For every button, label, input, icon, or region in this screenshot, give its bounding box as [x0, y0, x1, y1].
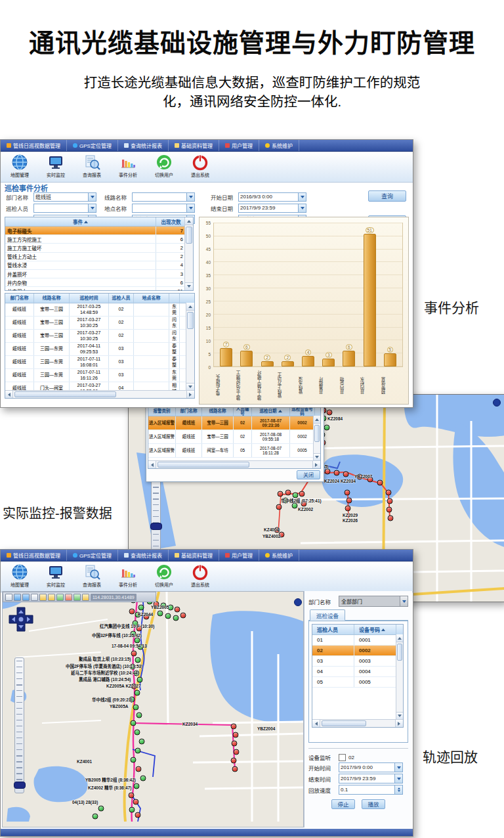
draw-icon[interactable]	[48, 594, 55, 601]
table-row[interactable]: 管线上方动土2	[5, 253, 193, 261]
table-row[interactable]: 施工方施工破坏2	[5, 244, 193, 252]
map-marker-red[interactable]	[327, 410, 333, 416]
switch-user-button[interactable]: 切换用户	[149, 152, 179, 182]
locate-icon[interactable]	[82, 594, 89, 601]
filter-field[interactable]: 2016/9/3 0:00	[238, 192, 306, 202]
exit-system-button[interactable]: 退出系统	[185, 562, 215, 592]
map-marker-red[interactable]	[345, 490, 350, 496]
map-marker-red[interactable]	[278, 491, 284, 497]
horizontal-scrollbar[interactable]	[5, 390, 194, 398]
pan-control[interactable]	[8, 606, 34, 632]
map-marker-red[interactable]	[136, 766, 142, 772]
table-row[interactable]: 进入区域报警缆线班阀室—车坊052017-08-07 16:11:280005	[148, 444, 320, 458]
table-row[interactable]: 管线水浸4	[5, 261, 193, 270]
menu-item-0[interactable]: 管线日巡视数据管理	[1, 550, 67, 561]
vertical-scrollbar[interactable]	[184, 217, 193, 290]
query-button[interactable]: 查询	[368, 190, 406, 202]
map-marker-green[interactable]	[135, 690, 140, 696]
menu-item-5[interactable]: 系统维护	[259, 550, 299, 561]
menu-item-1[interactable]: GPS定位管理	[67, 140, 118, 151]
map-marker-red[interactable]	[276, 504, 282, 510]
end-time-field[interactable]: 2017/9/9 23:59	[339, 774, 403, 783]
map-marker-red[interactable]	[232, 766, 238, 772]
menu-item-4[interactable]: 用户管理	[219, 550, 259, 561]
scroll-track[interactable]	[13, 391, 186, 398]
map-marker-green[interactable]	[136, 713, 142, 718]
map-marker-red[interactable]	[343, 472, 349, 477]
zoom-slider-track[interactable]	[153, 469, 159, 562]
scroll-left-icon[interactable]	[5, 391, 13, 398]
scroll-thumb[interactable]	[186, 227, 192, 244]
table-row[interactable]: 进入区域报警缆线班宝带—三园022017-08-08 09:55:180002	[148, 430, 320, 444]
spinner-icon[interactable]	[394, 785, 402, 794]
scroll-right-icon[interactable]	[395, 720, 403, 727]
menu-item-1[interactable]: GPS定位管理	[67, 550, 118, 561]
query-report-button[interactable]: 查询报表	[77, 152, 107, 182]
switch-user-button[interactable]: 切换用户	[149, 562, 179, 592]
pan-icon[interactable]	[5, 594, 12, 601]
menu-item-2[interactable]: 查询统计报表	[118, 550, 169, 561]
map-marker-red[interactable]	[285, 490, 291, 496]
scroll-thumb[interactable]	[322, 720, 366, 726]
map-marker-green[interactable]	[165, 613, 171, 619]
scroll-up-icon[interactable]	[185, 217, 193, 225]
map-marker-red[interactable]	[133, 799, 139, 805]
department-select[interactable]: 全部部门	[339, 596, 408, 607]
map-marker-red[interactable]	[386, 490, 392, 496]
table-row[interactable]: 020002	[312, 646, 403, 656]
map-marker-red[interactable]	[129, 793, 135, 799]
vertical-scrollbar[interactable]	[313, 416, 320, 461]
spin-up-icon[interactable]	[398, 786, 400, 789]
map-marker-red[interactable]	[234, 749, 240, 755]
table-row[interactable]: 井内积水51	[5, 287, 193, 291]
menu-item-2[interactable]: 查询统计报表	[118, 140, 169, 151]
map-marker-red[interactable]	[231, 758, 237, 764]
map-marker-red[interactable]	[377, 480, 383, 486]
map-marker-red[interactable]	[388, 516, 394, 521]
map-type-button[interactable]	[294, 598, 302, 606]
scroll-thumb[interactable]	[158, 462, 249, 468]
map-manage-button[interactable]: 地图管理	[5, 562, 35, 592]
filter-field[interactable]	[33, 204, 96, 213]
start-time-field[interactable]: 2017/9/9 0:00	[339, 762, 403, 772]
scroll-thumb[interactable]	[314, 425, 320, 442]
dropdown-arrow-icon[interactable]	[298, 204, 306, 212]
filter-field[interactable]	[132, 204, 195, 213]
dropdown-arrow-icon[interactable]	[186, 204, 194, 212]
map-marker-red[interactable]	[232, 741, 238, 747]
layers-icon[interactable]	[56, 594, 64, 601]
scroll-track[interactable]	[314, 424, 320, 453]
zoom-slider-handle[interactable]	[150, 523, 162, 530]
play-button[interactable]: 播放	[362, 799, 385, 809]
scroll-up-icon[interactable]	[186, 303, 194, 311]
dropdown-arrow-icon[interactable]	[394, 774, 402, 783]
table-row[interactable]: 040004	[312, 667, 403, 677]
map-marker-red[interactable]	[334, 470, 340, 476]
map-marker-green[interactable]	[140, 776, 146, 782]
map-marker-red[interactable]	[387, 507, 392, 513]
filter-field[interactable]: 2017/9/9 23:59	[238, 204, 306, 213]
realtime-monitor-button[interactable]: 实时监控	[41, 152, 71, 182]
horizontal-scrollbar[interactable]	[312, 719, 403, 727]
marker-tool-icon[interactable]	[65, 594, 72, 601]
map-marker-green[interactable]	[129, 807, 135, 813]
zoom-in-icon[interactable]	[22, 594, 30, 601]
scroll-track[interactable]	[396, 642, 403, 712]
table-row[interactable]: 缆线班宝带—三园2017-03-27 10:30:2502闫东	[5, 330, 194, 343]
map-marker-red[interactable]	[387, 498, 393, 504]
scroll-track[interactable]	[186, 311, 194, 383]
zoom-slider-track[interactable]	[16, 661, 22, 790]
map-marker-green[interactable]	[137, 677, 143, 683]
map-manage-button[interactable]: 地图管理	[5, 152, 35, 182]
map-marker-green[interactable]	[173, 615, 179, 621]
stop-button[interactable]: 停止	[331, 799, 355, 809]
table-row[interactable]: 缆线班三园—东莞2017-04-11 09:25:5303泰整	[5, 343, 194, 356]
scroll-left-icon[interactable]	[312, 720, 320, 727]
filter-field[interactable]: 缆线班	[33, 192, 96, 202]
close-button[interactable]: 关闭	[297, 470, 320, 479]
horizontal-scrollbar[interactable]	[148, 460, 320, 468]
query-report-button[interactable]: 查询报表	[77, 562, 107, 592]
map-marker-green[interactable]	[98, 806, 104, 812]
scroll-track[interactable]	[185, 225, 193, 282]
map-marker-green[interactable]	[134, 783, 140, 789]
